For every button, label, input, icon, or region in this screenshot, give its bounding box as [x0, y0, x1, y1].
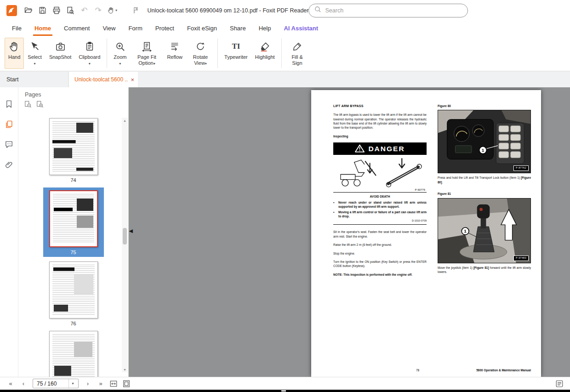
- taskbar-sliver: [0, 390, 570, 392]
- menu-ai-assistant[interactable]: AI Assistant: [277, 21, 325, 36]
- zoom-icon: [115, 40, 125, 53]
- menu-share[interactable]: Share: [223, 21, 252, 36]
- reflow-button[interactable]: Reflow: [163, 38, 186, 69]
- warning-code: D-1010-0709: [333, 219, 427, 223]
- main-area: Pages 74 75 76: [0, 87, 570, 377]
- highlight-icon: [260, 40, 270, 53]
- thumbnail-list: 74 75 76: [18, 114, 128, 377]
- page-thumbnail[interactable]: [49, 261, 98, 318]
- typewriter-icon: TI: [232, 40, 240, 53]
- thumbnail-zoom-in-icon[interactable]: [36, 101, 44, 110]
- ribbon-toolbar: Hand Select ▾ SnapShot Clipboard ▾ Zoom …: [0, 36, 570, 71]
- svg-text:1: 1: [464, 228, 467, 233]
- page-thumbnail[interactable]: [49, 190, 98, 247]
- hand-button[interactable]: Hand: [5, 38, 24, 69]
- svg-text:1: 1: [482, 148, 484, 153]
- pages-panel-toolbar: [18, 100, 128, 114]
- scroll-down-icon[interactable]: ▼: [122, 367, 128, 372]
- warning-bullet: • Never reach under or stand under raise…: [333, 200, 427, 209]
- print-preview-icon[interactable]: [64, 4, 77, 17]
- page-thumbnail[interactable]: [49, 118, 98, 175]
- tab-document[interactable]: Unlock-toolcat 5600 ... ×: [69, 72, 138, 87]
- manual-title: 5600 Operation & Maintenance Manual: [476, 369, 531, 372]
- menu-home[interactable]: Home: [28, 21, 57, 36]
- open-file-icon[interactable]: [22, 4, 35, 17]
- tab-start[interactable]: Start: [0, 72, 69, 87]
- attachments-panel-icon[interactable]: [4, 159, 15, 170]
- first-page-button[interactable]: «: [5, 379, 17, 389]
- zoom-button[interactable]: Zoom ▾: [110, 38, 130, 69]
- menu-view[interactable]: View: [96, 21, 122, 36]
- highlight-button[interactable]: Highlight: [251, 38, 279, 69]
- chevron-down-icon: ▾: [154, 62, 155, 66]
- clipboard-icon: [85, 40, 95, 53]
- menu-help[interactable]: Help: [252, 21, 278, 36]
- pages-panel-title: Pages: [18, 87, 128, 100]
- undo-icon[interactable]: ↶: [78, 4, 91, 17]
- navigation-icon-strip: [0, 87, 18, 377]
- page-fit-icon: [142, 40, 152, 53]
- search-input[interactable]: [325, 7, 462, 14]
- pages-panel-icon[interactable]: [4, 119, 15, 130]
- page-right-column: Figure 80: [438, 104, 531, 281]
- clipboard-label: Clipboard: [79, 54, 100, 60]
- page-number-input[interactable]: [33, 381, 68, 387]
- page-fit-option-button[interactable]: Page Fit Option▾: [130, 38, 163, 69]
- fit-page-button[interactable]: [120, 379, 132, 389]
- select-button[interactable]: Select ▾: [24, 38, 46, 69]
- menu-comment[interactable]: Comment: [57, 21, 96, 36]
- thumbnail-zoom-out-icon[interactable]: [24, 101, 32, 110]
- chevron-down-icon[interactable]: ▾: [68, 379, 77, 388]
- photo-id-tag: P-87762: [513, 165, 529, 171]
- page-left-column: LIFT ARM BYPASS The lift arm bypass is u…: [333, 104, 427, 281]
- tab-close-icon[interactable]: ×: [131, 77, 134, 83]
- previous-page-button[interactable]: ‹: [17, 379, 29, 389]
- redo-icon[interactable]: ↷: [91, 4, 104, 17]
- scrollbar-thumb[interactable]: [123, 228, 127, 244]
- menu-form[interactable]: Form: [122, 21, 148, 36]
- clipboard-button[interactable]: Clipboard ▾: [75, 38, 104, 69]
- fill-sign-button[interactable]: Fill & Sign: [285, 38, 310, 69]
- bookmarks-panel-icon[interactable]: [4, 98, 15, 109]
- document-view[interactable]: LIFT ARM BYPASS The lift arm bypass is u…: [129, 87, 570, 377]
- scroll-up-icon[interactable]: ▲: [122, 118, 128, 123]
- chevron-down-icon: ▾: [119, 62, 121, 66]
- taskbar-indicator: [281, 390, 286, 392]
- figure-80-photo: 1 P-87762: [438, 110, 531, 173]
- rotate-view-button[interactable]: Rotate View▾: [186, 38, 215, 69]
- typewriter-button[interactable]: TI Typewriter: [221, 38, 251, 69]
- document-tab-bar: Start Unlock-toolcat 5600 ... ×: [0, 71, 570, 87]
- snapshot-button[interactable]: SnapShot: [46, 38, 75, 69]
- fit-width-button[interactable]: [108, 379, 120, 389]
- save-icon[interactable]: [36, 4, 49, 17]
- sidebar-scrollbar[interactable]: ▲ ▼: [122, 118, 128, 372]
- snapshot-icon: [55, 40, 66, 53]
- menu-foxit-esign[interactable]: Foxit eSign: [181, 21, 223, 36]
- print-icon[interactable]: [50, 4, 63, 17]
- typewriter-label: Typewriter: [224, 54, 248, 60]
- thumbnail-page-partial[interactable]: [43, 331, 104, 377]
- hand-tool-quick-icon[interactable]: ▾: [106, 4, 119, 17]
- search-box[interactable]: [308, 4, 468, 17]
- note-text: NOTE: This inspection is performed with …: [333, 273, 427, 277]
- page-number-box[interactable]: ▾: [33, 379, 79, 388]
- highlight-label: Highlight: [255, 54, 275, 60]
- menu-protect[interactable]: Protect: [149, 21, 181, 36]
- comments-panel-icon[interactable]: [4, 139, 15, 150]
- panel-collapse-icon[interactable]: ◀: [129, 228, 133, 234]
- next-page-button[interactable]: ›: [82, 379, 94, 389]
- thumbnail-page-75-selected[interactable]: 75: [43, 187, 104, 257]
- warning-photo-id: P-90775: [415, 188, 425, 191]
- figure-81-label: Figure 81: [438, 192, 531, 196]
- thumbnail-page-74[interactable]: 74: [43, 118, 104, 183]
- title-bar: ↶ ↷ ▾ Unlock-toolcat 5600 6990049 om 12-…: [0, 0, 570, 21]
- page-thumbnail[interactable]: [49, 331, 98, 377]
- last-page-button[interactable]: »: [95, 379, 107, 389]
- select-label: Select: [28, 54, 42, 60]
- hand-icon: [9, 40, 20, 53]
- flag-icon[interactable]: [129, 4, 142, 17]
- menu-file[interactable]: File: [6, 21, 28, 36]
- single-page-view-button[interactable]: [553, 379, 565, 389]
- thumbnail-page-76[interactable]: 76: [43, 261, 104, 326]
- paragraph: Sit in the operator's seat. Fasten the s…: [333, 230, 427, 239]
